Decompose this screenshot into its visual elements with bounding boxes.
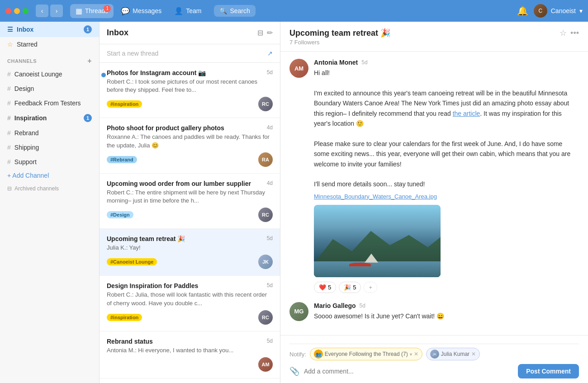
thread-time: 5d — [267, 282, 273, 288]
add-reaction-button[interactable]: + — [364, 282, 377, 293]
title-bar: ‹ › ▦ Threads 1 💬 Messages 👤 Team 🔍 Sear… — [0, 0, 588, 22]
inbox-badge: 1 — [84, 25, 92, 33]
thread-list-header: Inbox ⊟ ✏ — [100, 22, 280, 44]
thread-time: 4d — [267, 180, 273, 186]
search-bar[interactable]: 🔍 Search — [214, 5, 255, 17]
remove-everyone-icon[interactable]: ✕ — [414, 351, 418, 357]
thread-avatar: RA — [258, 152, 273, 167]
thread-tag: #Canoeist Lounge — [107, 258, 157, 265]
message-author: Antonia Monet — [314, 59, 358, 66]
unread-indicator — [101, 73, 106, 77]
thread-item[interactable]: Rebrand status 5d Antonia M.: Hi everyon… — [100, 331, 280, 378]
sidebar-item-canoeist-lounge[interactable]: # Canoeist Lounge — [0, 67, 99, 81]
channel-support-label: Support — [14, 158, 37, 165]
channel-hash-icon: # — [7, 158, 11, 165]
thread-item[interactable]: Design Inspiration for Paddles 5d Robert… — [100, 276, 280, 331]
image-file-link[interactable]: Minnesota_Boundary_Waters_Canoe_Area.jpg — [314, 193, 437, 200]
add-channel-icon[interactable]: + — [87, 57, 92, 65]
forward-button[interactable]: › — [50, 5, 63, 17]
thread-item-header: Rebrand status 5d — [107, 338, 273, 345]
thread-preview: Robert C.: I took some pictures of our m… — [107, 78, 273, 94]
message-avatar: MG — [289, 302, 308, 321]
message-time: 5d — [361, 59, 367, 66]
thread-item[interactable]: Photos for Instagram account 📷 5d Robert… — [100, 63, 280, 118]
thread-item[interactable]: Upcoming wood order from our lumber supp… — [100, 174, 280, 229]
new-thread-bar[interactable]: Start a new thread ↗ — [100, 44, 280, 63]
more-options-button[interactable]: ••• — [570, 28, 579, 38]
star-thread-button[interactable]: ☆ — [560, 28, 567, 38]
title-bar-right: 🔔 C Canoeist ▾ — [517, 4, 583, 18]
thread-footer: #inspiration RC — [107, 97, 273, 111]
channel-hash-icon: # — [7, 99, 11, 107]
sidebar-item-support[interactable]: # Support — [0, 155, 99, 169]
sidebar-item-inbox[interactable]: ☰ Inbox 1 — [0, 22, 99, 37]
canoe-shape — [349, 263, 371, 266]
tab-messages[interactable]: 💬 Messages — [115, 4, 167, 18]
user-menu[interactable]: C Canoeist ▾ — [534, 4, 583, 18]
comment-input[interactable] — [304, 365, 513, 378]
post-comment-button[interactable]: Post Comment — [518, 364, 579, 378]
sidebar-item-shipping[interactable]: # Shipping — [0, 140, 99, 155]
thread-tag: #inspiration — [107, 314, 142, 321]
sidebar-item-design[interactable]: # Design — [0, 81, 99, 96]
message-header: Antonia Monet 5d — [314, 59, 579, 66]
archived-channels[interactable]: ⊟ Archived channels — [0, 182, 99, 195]
channel-hash-icon: # — [7, 114, 11, 122]
sidebar-starred-label: Starred — [17, 41, 38, 48]
notification-bell-icon[interactable]: 🔔 — [517, 5, 528, 16]
reaction-party-button[interactable]: 🎉 5 — [339, 282, 361, 293]
traffic-lights — [5, 8, 28, 14]
back-button[interactable]: ‹ — [36, 5, 48, 17]
thread-item[interactable]: Photo shoot for product gallery photos 4… — [100, 118, 280, 173]
thread-preview: Julia K.: Yay! — [107, 244, 273, 252]
thread-preview: Robert C.: Julia, those will look fantas… — [107, 291, 273, 307]
thread-title: Photos for Instagram account 📷 — [107, 69, 263, 76]
article-link[interactable]: the article — [453, 110, 480, 117]
tab-team[interactable]: 👤 Team — [169, 4, 207, 18]
thread-item-header: Upcoming wood order from our lumber supp… — [107, 180, 273, 187]
mountain-shape — [314, 223, 441, 264]
maximize-button[interactable] — [23, 8, 28, 14]
chevron-down-icon: ▾ — [410, 352, 412, 357]
sidebar-item-inspiration[interactable]: # Inspiration 1 — [0, 110, 99, 126]
compose-icon[interactable]: ✏ — [267, 28, 273, 37]
thread-tag: #Design — [107, 211, 133, 218]
julia-avatar: JK — [430, 350, 439, 359]
new-thread-compose-icon[interactable]: ↗ — [267, 50, 273, 57]
message-header: Mario Gallego 5d — [314, 302, 579, 309]
julia-kumar-tag[interactable]: JK Julia Kumar ✕ — [426, 348, 480, 360]
thread-item-header: Photos for Instagram account 📷 5d — [107, 69, 273, 76]
thread-preview: Roxanne A.: The canoes and paddles will … — [107, 133, 273, 149]
sidebar-item-starred[interactable]: ☆ Starred — [0, 37, 99, 52]
content-header-actions: ☆ ••• — [560, 28, 579, 38]
thread-avatar: RC — [258, 97, 273, 111]
title-bar-tabs: ▦ Threads 1 💬 Messages 👤 Team — [70, 4, 207, 18]
reaction-heart-button[interactable]: ❤️ 5 — [314, 282, 336, 293]
sidebar-item-feedback-from-testers[interactable]: # Feedback From Testers — [0, 96, 99, 110]
content-header-left: Upcoming team retreat 🎉 7 Followers — [289, 28, 390, 46]
message-body: Mario Gallego 5d Soooo awesome! Is it Ju… — [314, 302, 579, 321]
thread-item[interactable]: Upcoming team retreat 🎉 5d Julia K.: Yay… — [100, 229, 280, 276]
channel-hash-icon: # — [7, 144, 11, 151]
attach-icon[interactable]: 📎 — [289, 366, 299, 376]
sidebar-item-rebrand[interactable]: # Rebrand — [0, 126, 99, 140]
threads-badge: 1 — [104, 5, 111, 12]
tab-threads[interactable]: ▦ Threads 1 — [70, 4, 114, 18]
everyone-following-tag[interactable]: 👥 Everyone Following the Thread (7) ▾ ✕ — [310, 348, 422, 360]
channel-feedback-label: Feedback From Testers — [14, 99, 81, 107]
tab-team-label: Team — [186, 7, 201, 14]
filter-icon[interactable]: ⊟ — [257, 28, 263, 37]
close-button[interactable] — [5, 8, 11, 14]
thread-item-header: Photo shoot for product gallery photos 4… — [107, 124, 273, 132]
messages-area: AM Antonia Monet 5d Hi all! I'm excited … — [280, 52, 588, 335]
thread-title: Upcoming wood order from our lumber supp… — [107, 180, 263, 187]
add-channel-button[interactable]: + Add Channel — [0, 169, 99, 182]
search-icon: 🔍 — [219, 7, 227, 14]
julia-kumar-label: Julia Kumar — [441, 351, 469, 357]
message-text: Soooo awesome! Is it June yet? Can't wai… — [314, 311, 579, 321]
comment-input-row: 📎 Post Comment — [289, 364, 579, 378]
remove-julia-icon[interactable]: ✕ — [471, 351, 476, 357]
thread-time: 5d — [267, 338, 273, 344]
minimize-button[interactable] — [14, 8, 20, 14]
thread-preview: Antonia M.: Hi everyone, I wanted to tha… — [107, 346, 273, 355]
